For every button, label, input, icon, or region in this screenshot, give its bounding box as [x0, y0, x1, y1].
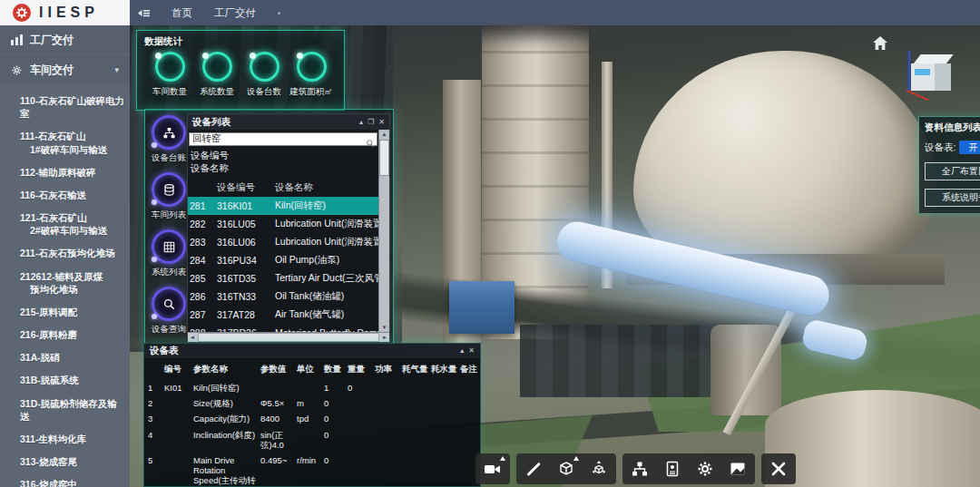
quick-button-system-list[interactable]: 系统列表 — [152, 229, 186, 278]
nav-factory-delivery[interactable]: 工厂交付 — [214, 6, 256, 20]
toolbar-group-tools — [622, 453, 755, 484]
table-row[interactable]: 4 Inclination(斜度)sin(正弦)4.0 0 — [144, 427, 480, 453]
id-card-icon[interactable] — [663, 460, 681, 478]
plant-layout-button[interactable]: 全厂布置图 — [925, 162, 980, 180]
equipment-row[interactable]: 281 316KI01 Kiln(回转窑) — [188, 197, 378, 215]
menu-collapse-icon[interactable] — [138, 8, 150, 18]
sidebar-item-line1: 110-石灰石矿山破碎电力室 — [20, 95, 124, 119]
sidebar-item[interactable]: 311-生料均化库 — [20, 433, 124, 445]
table-header-cell: 耗水量 — [431, 364, 460, 375]
row-name: Tertiary Air Duct(三次风管) — [275, 272, 378, 285]
sidebar-item[interactable]: 216-原料粉磨 — [20, 328, 124, 341]
equipment-row[interactable]: 287 317AT28 Air Tank(储气罐) — [188, 306, 378, 324]
equipment-search-box — [189, 132, 377, 146]
equipment-search-input[interactable] — [190, 133, 377, 145]
pen-icon[interactable] — [524, 460, 543, 478]
sidebar-item[interactable]: 211-石灰石预均化堆场 — [20, 247, 124, 259]
equipment-row[interactable]: 286 316TN33 Oil Tank(储油罐) — [188, 287, 378, 306]
equipment-list-window: 设备列表 ▴ ❐ ✕ 设备编号设备名称 . — [187, 113, 390, 343]
maximize-icon[interactable]: ❐ — [368, 119, 374, 126]
home-view-icon[interactable] — [871, 34, 889, 53]
sidebar-item[interactable]: 111-石灰石矿山 1#破碎车间与输送 — [20, 130, 124, 155]
close-icon[interactable]: ✕ — [378, 119, 385, 126]
equipment-row[interactable]: 283 316LU06 Lubrication Unit(润滑装置) — [188, 233, 378, 251]
sitemap-icon[interactable] — [631, 460, 649, 478]
sidebar-item-line1: 116-石灰石输送 — [20, 190, 86, 200]
filter-label[interactable]: 设备编号 — [191, 149, 376, 161]
nav-home[interactable]: 首页 — [172, 6, 192, 20]
close-icon[interactable] — [769, 460, 788, 478]
scrollbar-thumb[interactable] — [379, 140, 389, 176]
equipment-row[interactable]: 288 317BD26 Moterized Butterfly Dampe — [188, 324, 378, 332]
sidebar-section-label: 工厂交付 — [30, 33, 74, 48]
video-camera-icon[interactable] — [484, 460, 502, 478]
view-cube[interactable] — [911, 54, 955, 94]
horizontal-scrollbar[interactable]: ◄ ► — [188, 332, 389, 342]
cube-expand-icon[interactable] — [590, 460, 608, 478]
scroll-down-icon[interactable]: ▼ — [382, 323, 387, 332]
table-row[interactable]: 5 Main Drive Rotation Speed(主传动转速)0.495~… — [144, 453, 480, 487]
system-manual-button[interactable]: 系统说明书 — [925, 189, 980, 207]
cube-rotate-icon[interactable] — [557, 460, 575, 478]
table-row[interactable]: 1KI01 Kiln(回转窑) 1 0 — [144, 380, 480, 395]
sidebar-item[interactable]: 112-辅助原料破碎 — [20, 166, 124, 179]
sidebar-item[interactable]: 110-石灰石矿山破碎电力室 — [20, 94, 124, 120]
table-row[interactable]: 3 Capacity(能力)8400 tpd0 — [144, 411, 480, 426]
sidebar-item-line1: 31D-脱硫粉剂储存及输送 — [20, 398, 117, 422]
view-cube-label — [915, 69, 930, 75]
equipment-table-toggle[interactable]: 开 — [959, 141, 980, 154]
equipment-table-titlebar[interactable]: 设备表 ▴ ✕ — [144, 344, 480, 358]
scroll-up-icon[interactable]: ▲ — [382, 130, 387, 139]
chevron-down-icon: ▾ — [114, 65, 119, 74]
hscrollbar-thumb[interactable] — [198, 333, 379, 342]
sidebar-item[interactable]: 316-烧成窑中 — [20, 478, 124, 487]
sidebar-item[interactable]: 313-烧成窑尾 — [20, 455, 124, 468]
quick-button-equipment-search[interactable]: 设备查询 — [152, 287, 186, 336]
sidebar-item[interactable]: 121-石灰石矿山 2#破碎车间与输送 — [20, 211, 124, 237]
logo-emblem-icon — [13, 4, 31, 22]
filter-label[interactable]: 设备名称 — [191, 161, 376, 174]
sidebar-item[interactable]: 212612-辅料及原煤 预均化堆场 — [20, 270, 124, 296]
gear-icon[interactable] — [696, 460, 714, 478]
sidebar-item[interactable]: 116-石灰石输送 — [20, 189, 124, 201]
quick-button-workshop-list[interactable]: 车间列表 — [152, 172, 186, 221]
equipment-row[interactable]: 285 316TD35 Tertiary Air Duct(三次风管) — [188, 269, 378, 287]
row-code: 316LU06 — [217, 237, 275, 248]
quick-button-equipment-ledger[interactable]: 设备台账 — [152, 115, 186, 164]
scene-blue-building — [449, 281, 514, 334]
table-row[interactable]: 2 Size(规格)Φ5.5× m0 — [144, 395, 480, 411]
equipment-table-panel: 设备表 ▴ ✕ 编号参数名称参数值单位数量重量功率耗气量耗水量备注 1KI01 … — [143, 343, 481, 487]
sidebar-item[interactable]: 31A-脱硝 — [20, 351, 124, 364]
stat-gauge: 车间数量 — [146, 52, 193, 98]
stat-gauge: 设备台数 — [240, 52, 288, 98]
sitemap-icon — [162, 126, 176, 140]
sidebar-section-workshop-delivery[interactable]: 车间交付 ▾ — [0, 55, 130, 85]
minimize-icon[interactable]: ▴ — [460, 347, 464, 355]
stats-title: 数据统计 — [144, 35, 337, 48]
equipment-row[interactable]: 282 316LU05 Lubrication Unit(润滑装置) — [188, 215, 378, 233]
equipment-table-toggle-label: 设备表: — [925, 141, 956, 154]
equipment-row[interactable]: 284 316PU34 Oil Pump(油泵) — [188, 251, 378, 269]
sidebar-item[interactable]: 215-原料调配 — [20, 306, 124, 318]
sidebar-item-line1: 112-辅助原料破碎 — [20, 167, 95, 178]
image-contrast-icon[interactable] — [729, 460, 747, 478]
sidebar-item-line1: 313-烧成窑尾 — [20, 456, 77, 467]
gauge-ring — [155, 52, 185, 82]
sidebar-item[interactable]: 31B-脱硫系统 — [20, 374, 124, 386]
row-code: 316LU05 — [217, 219, 275, 229]
close-icon[interactable]: ✕ — [468, 347, 475, 355]
gauge-label: 设备台数 — [247, 86, 281, 98]
minimize-icon[interactable]: ▴ — [359, 119, 363, 126]
info-list-panel: 资料信息列表 设备表: 开 全厂布置图 系统说明书 — [918, 116, 980, 214]
vertical-scrollbar[interactable]: ▲ ▼ — [378, 130, 389, 332]
sidebar-item-line2: 预均化堆场 — [20, 283, 124, 296]
sidebar-section-factory-delivery[interactable]: 工厂交付 — [0, 25, 130, 55]
sidebar-item-line1: 111-石灰石矿山 — [20, 131, 85, 141]
scroll-left-icon[interactable]: ◄ — [188, 335, 197, 340]
table-header-cell: 单位 — [297, 364, 324, 375]
equipment-list-titlebar[interactable]: 设备列表 ▴ ❐ ✕ — [188, 114, 389, 130]
nav-more-dot[interactable] — [278, 12, 280, 15]
sidebar-item[interactable]: 31D-脱硫粉剂储存及输送 — [20, 397, 124, 423]
scroll-right-icon[interactable]: ► — [380, 335, 389, 340]
gauge-row: 车间数量 系统数量 设备台数 建筑面积㎡ — [144, 52, 337, 98]
